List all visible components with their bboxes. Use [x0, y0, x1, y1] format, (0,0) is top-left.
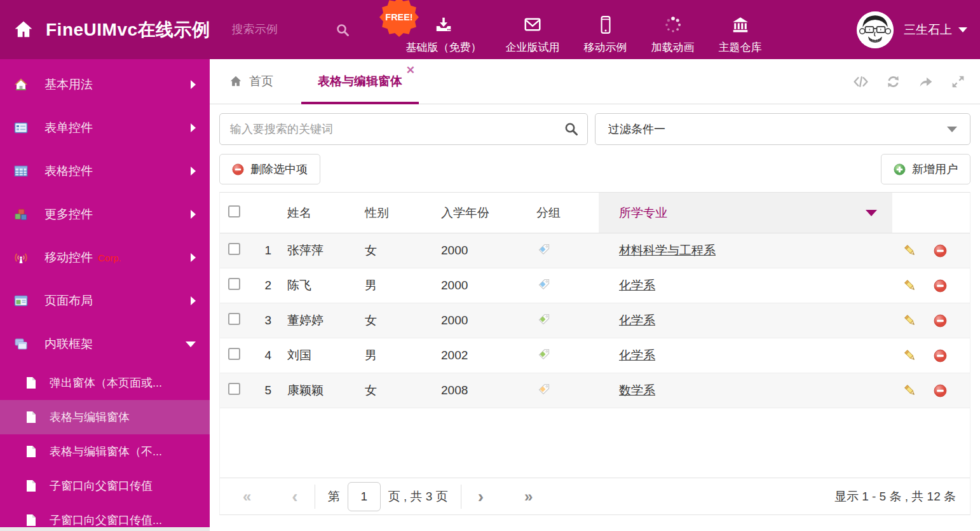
sidebar-subitem-child-to-parent[interactable]: 子窗口向父窗口传值	[0, 469, 210, 503]
envelope-icon	[523, 15, 542, 34]
app-header: FineUIMvc在线示例 FREE! 基础版（免费） 企业版试用 移动示例 加…	[0, 0, 980, 59]
active-tab-underline	[301, 102, 419, 104]
nav-item-basic-edition[interactable]: FREE! 基础版（免费）	[406, 5, 482, 55]
delete-selected-button[interactable]: 删除选中项	[219, 154, 320, 184]
sidebar-subitem-grid-edit-window-2[interactable]: 表格与编辑窗体（不...	[0, 434, 210, 469]
row-checkbox[interactable]	[228, 243, 240, 255]
sidebar-subitem-popup-window[interactable]: 弹出窗体（本页面或...	[0, 366, 210, 400]
sidebar-subitem-child-to-parent-2[interactable]: 子窗口向父窗口传值...	[0, 503, 210, 527]
filter-select[interactable]: 过滤条件一	[595, 113, 970, 145]
filter-row: 过滤条件一	[219, 113, 970, 145]
sidebar-item-basic-usage[interactable]: 基本用法	[0, 63, 210, 106]
nav-item-loading-animation[interactable]: 加载动画	[651, 5, 695, 55]
row-number: 1	[252, 244, 280, 258]
header-search-input[interactable]	[232, 23, 327, 36]
cell-year: 2000	[433, 314, 529, 328]
row-checkbox[interactable]	[228, 313, 240, 325]
sidebar-item-grid-controls[interactable]: 表格控件	[0, 149, 210, 193]
sidebar-scrollbar[interactable]	[0, 527, 210, 531]
column-header-gender[interactable]: 性别	[357, 205, 433, 221]
column-header-year[interactable]: 入学年份	[433, 205, 529, 221]
sidebar-item-page-layout[interactable]: 页面布局	[0, 279, 210, 322]
sidebar-item-label: 基本用法	[44, 76, 93, 93]
major-link[interactable]: 材料科学与工程系	[619, 244, 716, 257]
sidebar-item-label: 表单控件	[44, 120, 93, 136]
edit-pencil-icon[interactable]	[904, 384, 917, 397]
sidebar-subitem-label: 子窗口向父窗口传值...	[50, 513, 162, 527]
header-search	[232, 22, 350, 38]
row-number: 3	[252, 314, 280, 328]
tag-icon	[529, 383, 599, 399]
tab-bar: 首页 表格与编辑窗体 ✕	[210, 59, 980, 104]
column-header-name[interactable]: 姓名	[280, 205, 357, 221]
major-link[interactable]: 数学系	[619, 383, 655, 397]
refresh-icon[interactable]	[885, 74, 901, 90]
major-link[interactable]: 化学系	[619, 279, 655, 292]
column-header-major[interactable]: 所学专业	[599, 193, 892, 233]
sidebar-item-more-controls[interactable]: 更多控件	[0, 193, 210, 236]
user-menu[interactable]: 三生石上	[857, 11, 967, 48]
code-icon[interactable]	[853, 74, 869, 90]
keyword-search-input[interactable]	[220, 123, 555, 136]
table-row: 5 康颖颖 女 2008 数学系	[220, 373, 970, 408]
tab-grid-edit-window[interactable]: 表格与编辑窗体 ✕	[301, 59, 419, 104]
sidebar-item-label: 页面布局	[44, 293, 93, 309]
select-all-checkbox[interactable]	[228, 205, 240, 217]
house-icon	[14, 78, 28, 92]
share-icon[interactable]	[918, 74, 934, 90]
sidebar-item-mobile-controls[interactable]: 移动控件 Corp.	[0, 236, 210, 279]
major-link[interactable]: 化学系	[619, 314, 655, 327]
chevron-right-icon	[191, 253, 196, 262]
delete-row-icon[interactable]	[934, 349, 947, 362]
expand-icon[interactable]	[950, 74, 966, 90]
home-icon[interactable]	[13, 19, 34, 41]
sidebar-item-label: 更多控件	[44, 206, 93, 223]
row-checkbox[interactable]	[228, 348, 240, 360]
prev-page-button[interactable]	[288, 488, 301, 506]
svg-text:FREE!: FREE!	[385, 12, 412, 22]
sidebar-item-form-controls[interactable]: 表单控件	[0, 106, 210, 149]
tag-icon	[529, 243, 599, 259]
delete-row-icon[interactable]	[934, 244, 947, 258]
column-header-group[interactable]: 分组	[529, 205, 599, 221]
avatar[interactable]	[857, 11, 894, 48]
close-icon[interactable]: ✕	[406, 65, 415, 76]
tab-label: 表格与编辑窗体	[318, 73, 402, 90]
delete-row-icon[interactable]	[934, 279, 947, 293]
search-icon[interactable]	[335, 22, 350, 38]
edit-pencil-icon[interactable]	[904, 244, 917, 258]
delete-row-icon[interactable]	[934, 384, 947, 397]
cell-year: 2002	[433, 348, 529, 362]
edit-pencil-icon[interactable]	[904, 349, 917, 362]
delete-row-icon[interactable]	[934, 314, 947, 328]
tab-home[interactable]: 首页	[222, 59, 280, 104]
username[interactable]: 三生石上	[904, 22, 952, 38]
cell-gender: 女	[357, 382, 433, 399]
grid-header-row: 姓名 性别 入学年份 分组 所学专业	[220, 193, 970, 233]
bank-icon	[731, 15, 750, 34]
search-button[interactable]	[555, 114, 587, 144]
nav-item-enterprise-trial[interactable]: 企业版试用	[506, 5, 560, 55]
row-number: 2	[252, 279, 280, 293]
nav-item-label: 基础版（免费）	[406, 40, 482, 55]
mobile-icon	[597, 15, 614, 34]
sidebar-item-iframe[interactable]: 内联框架	[0, 322, 210, 366]
row-checkbox[interactable]	[228, 383, 240, 395]
cell-gender: 男	[357, 277, 433, 294]
major-link[interactable]: 化学系	[619, 348, 655, 362]
nav-item-theme-repo[interactable]: 主题仓库	[719, 5, 762, 55]
sidebar-subitem-label: 子窗口向父窗口传值	[50, 478, 153, 493]
next-page-button[interactable]	[474, 488, 487, 506]
edit-pencil-icon[interactable]	[904, 314, 917, 328]
chevron-right-icon	[191, 123, 196, 132]
filter-select-value: 过滤条件一	[608, 121, 665, 137]
sidebar-subitem-grid-edit-window[interactable]: 表格与编辑窗体	[0, 400, 210, 434]
row-checkbox[interactable]	[228, 278, 240, 290]
edit-pencil-icon[interactable]	[904, 279, 917, 293]
add-user-button[interactable]: 新增用户	[881, 154, 970, 184]
nav-item-mobile-demo[interactable]: 移动示例	[584, 5, 627, 55]
page-number-input[interactable]	[348, 482, 381, 511]
last-page-button[interactable]	[521, 489, 536, 504]
chevron-down-icon	[958, 27, 967, 32]
first-page-button[interactable]	[239, 489, 255, 504]
